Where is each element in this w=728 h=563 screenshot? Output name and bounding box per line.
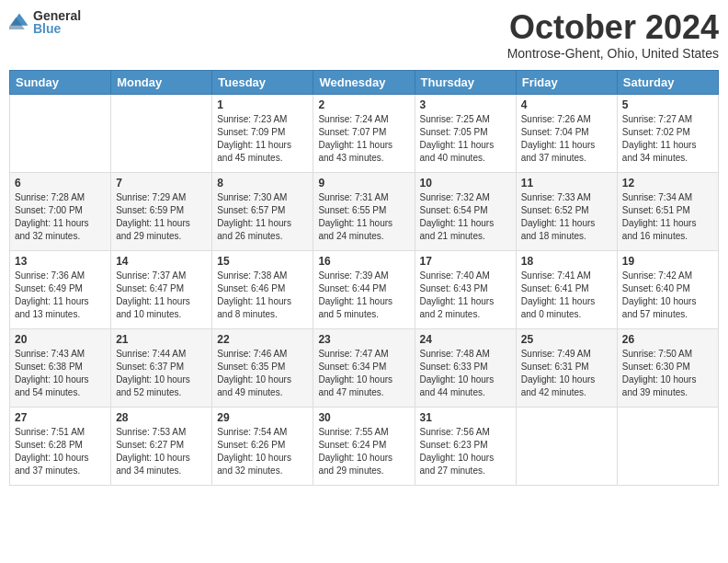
calendar-day-header: Monday (111, 70, 212, 94)
day-number: 4 (521, 98, 612, 111)
day-number: 23 (318, 333, 409, 346)
cell-content: Sunrise: 7:25 AM Sunset: 7:05 PM Dayligh… (420, 113, 511, 165)
cell-content: Sunrise: 7:26 AM Sunset: 7:04 PM Dayligh… (521, 113, 612, 165)
calendar-cell: 8Sunrise: 7:30 AM Sunset: 6:57 PM Daylig… (212, 172, 313, 250)
day-number: 16 (318, 255, 409, 268)
calendar-cell: 3Sunrise: 7:25 AM Sunset: 7:05 PM Daylig… (415, 94, 516, 172)
calendar-cell: 14Sunrise: 7:37 AM Sunset: 6:47 PM Dayli… (111, 250, 212, 328)
calendar-cell (111, 94, 212, 172)
cell-content: Sunrise: 7:40 AM Sunset: 6:43 PM Dayligh… (420, 270, 511, 321)
day-number: 28 (116, 411, 207, 424)
calendar-day-header: Friday (516, 70, 617, 94)
cell-content: Sunrise: 7:28 AM Sunset: 7:00 PM Dayligh… (15, 191, 106, 243)
day-number: 26 (622, 333, 713, 346)
logo-blue: Blue (33, 22, 81, 35)
calendar-cell: 7Sunrise: 7:29 AM Sunset: 6:59 PM Daylig… (111, 172, 212, 250)
calendar-day-header: Wednesday (313, 70, 415, 94)
month-title: October 2024 (507, 9, 719, 46)
cell-content: Sunrise: 7:31 AM Sunset: 6:55 PM Dayligh… (318, 191, 409, 243)
title-block: October 2024 Montrose-Ghent, Ohio, Unite… (507, 9, 719, 61)
day-number: 9 (318, 177, 409, 190)
calendar-cell: 1Sunrise: 7:23 AM Sunset: 7:09 PM Daylig… (212, 94, 313, 172)
calendar-week-row: 20Sunrise: 7:43 AM Sunset: 6:38 PM Dayli… (10, 328, 719, 407)
calendar-day-header: Thursday (415, 70, 516, 94)
cell-content: Sunrise: 7:24 AM Sunset: 7:07 PM Dayligh… (318, 113, 409, 165)
day-number: 3 (420, 98, 511, 111)
calendar-cell: 5Sunrise: 7:27 AM Sunset: 7:02 PM Daylig… (617, 94, 718, 172)
day-number: 31 (420, 411, 511, 424)
cell-content: Sunrise: 7:42 AM Sunset: 6:40 PM Dayligh… (622, 270, 713, 321)
cell-content: Sunrise: 7:51 AM Sunset: 6:28 PM Dayligh… (15, 426, 106, 477)
day-number: 12 (622, 177, 713, 190)
calendar-cell: 20Sunrise: 7:43 AM Sunset: 6:38 PM Dayli… (10, 328, 111, 407)
cell-content: Sunrise: 7:36 AM Sunset: 6:49 PM Dayligh… (15, 270, 106, 321)
cell-content: Sunrise: 7:23 AM Sunset: 7:09 PM Dayligh… (217, 113, 308, 165)
cell-content: Sunrise: 7:43 AM Sunset: 6:38 PM Dayligh… (15, 348, 106, 399)
cell-content: Sunrise: 7:34 AM Sunset: 6:51 PM Dayligh… (622, 191, 713, 243)
calendar-header-row: SundayMondayTuesdayWednesdayThursdayFrid… (10, 70, 719, 94)
day-number: 19 (622, 255, 713, 268)
calendar-cell: 24Sunrise: 7:48 AM Sunset: 6:33 PM Dayli… (415, 328, 516, 407)
calendar-cell: 15Sunrise: 7:38 AM Sunset: 6:46 PM Dayli… (212, 250, 313, 328)
logo-icon (9, 12, 29, 32)
cell-content: Sunrise: 7:41 AM Sunset: 6:41 PM Dayligh… (521, 270, 612, 321)
cell-content: Sunrise: 7:50 AM Sunset: 6:30 PM Dayligh… (622, 348, 713, 399)
calendar-cell: 10Sunrise: 7:32 AM Sunset: 6:54 PM Dayli… (415, 172, 516, 250)
calendar-cell (10, 94, 111, 172)
calendar-week-row: 27Sunrise: 7:51 AM Sunset: 6:28 PM Dayli… (10, 407, 719, 485)
day-number: 20 (15, 333, 106, 346)
calendar-cell: 30Sunrise: 7:55 AM Sunset: 6:24 PM Dayli… (313, 407, 415, 485)
day-number: 1 (217, 98, 308, 111)
day-number: 15 (217, 255, 308, 268)
cell-content: Sunrise: 7:48 AM Sunset: 6:33 PM Dayligh… (420, 348, 511, 399)
calendar-cell: 23Sunrise: 7:47 AM Sunset: 6:34 PM Dayli… (313, 328, 415, 407)
cell-content: Sunrise: 7:27 AM Sunset: 7:02 PM Dayligh… (622, 113, 713, 165)
calendar-cell: 25Sunrise: 7:49 AM Sunset: 6:31 PM Dayli… (516, 328, 617, 407)
cell-content: Sunrise: 7:55 AM Sunset: 6:24 PM Dayligh… (318, 426, 409, 477)
day-number: 21 (116, 333, 207, 346)
calendar-day-header: Tuesday (212, 70, 313, 94)
cell-content: Sunrise: 7:37 AM Sunset: 6:47 PM Dayligh… (116, 270, 207, 321)
calendar-cell: 21Sunrise: 7:44 AM Sunset: 6:37 PM Dayli… (111, 328, 212, 407)
calendar-day-header: Sunday (10, 70, 111, 94)
day-number: 5 (622, 98, 713, 111)
day-number: 27 (15, 411, 106, 424)
calendar-week-row: 13Sunrise: 7:36 AM Sunset: 6:49 PM Dayli… (10, 250, 719, 328)
calendar-cell: 18Sunrise: 7:41 AM Sunset: 6:41 PM Dayli… (516, 250, 617, 328)
day-number: 11 (521, 177, 612, 190)
cell-content: Sunrise: 7:49 AM Sunset: 6:31 PM Dayligh… (521, 348, 612, 399)
location: Montrose-Ghent, Ohio, United States (507, 46, 719, 61)
calendar-body: 1Sunrise: 7:23 AM Sunset: 7:09 PM Daylig… (10, 94, 719, 485)
day-number: 22 (217, 333, 308, 346)
day-number: 30 (318, 411, 409, 424)
logo-general: General (33, 9, 81, 22)
calendar-cell: 16Sunrise: 7:39 AM Sunset: 6:44 PM Dayli… (313, 250, 415, 328)
calendar-cell: 19Sunrise: 7:42 AM Sunset: 6:40 PM Dayli… (617, 250, 718, 328)
calendar-cell: 13Sunrise: 7:36 AM Sunset: 6:49 PM Dayli… (10, 250, 111, 328)
calendar-week-row: 6Sunrise: 7:28 AM Sunset: 7:00 PM Daylig… (10, 172, 719, 250)
logo: General Blue (9, 9, 81, 35)
day-number: 7 (116, 177, 207, 190)
cell-content: Sunrise: 7:44 AM Sunset: 6:37 PM Dayligh… (116, 348, 207, 399)
calendar-cell: 11Sunrise: 7:33 AM Sunset: 6:52 PM Dayli… (516, 172, 617, 250)
calendar-cell: 22Sunrise: 7:46 AM Sunset: 6:35 PM Dayli… (212, 328, 313, 407)
calendar-cell (617, 407, 718, 485)
calendar-cell: 31Sunrise: 7:56 AM Sunset: 6:23 PM Dayli… (415, 407, 516, 485)
cell-content: Sunrise: 7:32 AM Sunset: 6:54 PM Dayligh… (420, 191, 511, 243)
cell-content: Sunrise: 7:33 AM Sunset: 6:52 PM Dayligh… (521, 191, 612, 243)
cell-content: Sunrise: 7:53 AM Sunset: 6:27 PM Dayligh… (116, 426, 207, 477)
day-number: 8 (217, 177, 308, 190)
day-number: 14 (116, 255, 207, 268)
day-number: 10 (420, 177, 511, 190)
cell-content: Sunrise: 7:38 AM Sunset: 6:46 PM Dayligh… (217, 270, 308, 321)
calendar-cell: 27Sunrise: 7:51 AM Sunset: 6:28 PM Dayli… (10, 407, 111, 485)
calendar-cell (516, 407, 617, 485)
calendar-cell: 26Sunrise: 7:50 AM Sunset: 6:30 PM Dayli… (617, 328, 718, 407)
calendar-cell: 4Sunrise: 7:26 AM Sunset: 7:04 PM Daylig… (516, 94, 617, 172)
calendar-cell: 9Sunrise: 7:31 AM Sunset: 6:55 PM Daylig… (313, 172, 415, 250)
logo-text: General Blue (33, 9, 81, 35)
day-number: 24 (420, 333, 511, 346)
cell-content: Sunrise: 7:30 AM Sunset: 6:57 PM Dayligh… (217, 191, 308, 243)
calendar-day-header: Saturday (617, 70, 718, 94)
calendar-cell: 12Sunrise: 7:34 AM Sunset: 6:51 PM Dayli… (617, 172, 718, 250)
